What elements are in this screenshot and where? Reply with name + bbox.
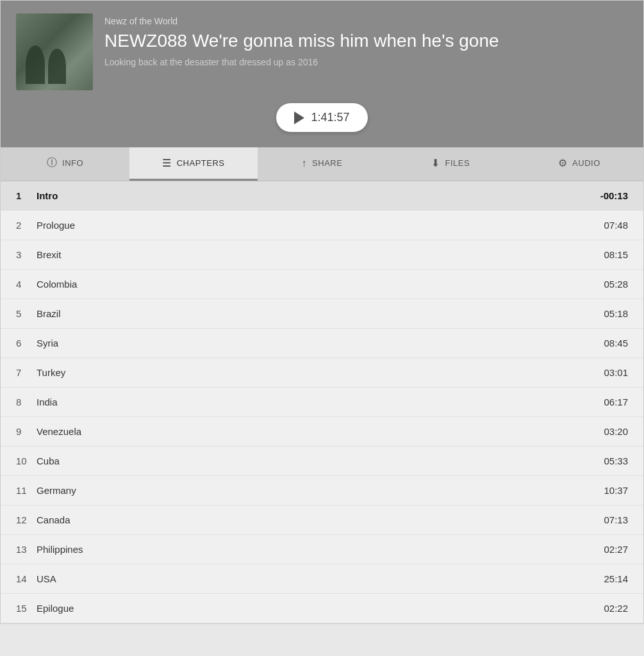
podcast-description: Looking back at the desaster that dresse… bbox=[104, 57, 628, 67]
chapter-number: 13 bbox=[16, 544, 37, 555]
chapter-name: Philippines bbox=[37, 544, 604, 555]
chapter-name: USA bbox=[37, 573, 604, 584]
podcast-thumbnail bbox=[16, 13, 93, 90]
chapter-row[interactable]: 12Canada07:13 bbox=[1, 505, 643, 535]
chapter-number: 3 bbox=[16, 249, 37, 260]
chapter-row[interactable]: 6Syria08:45 bbox=[1, 329, 643, 358]
tab-chapters-label: CHAPTERS bbox=[177, 158, 225, 168]
chapter-name: Brazil bbox=[37, 308, 604, 319]
chapter-time: 07:48 bbox=[604, 220, 628, 231]
chapter-number: 15 bbox=[16, 603, 37, 614]
chapter-number: 11 bbox=[16, 485, 37, 496]
chapter-number: 5 bbox=[16, 308, 37, 319]
chapter-number: 7 bbox=[16, 367, 37, 378]
chapter-number: 10 bbox=[16, 455, 37, 466]
chapter-name: Cuba bbox=[37, 455, 604, 466]
tab-files[interactable]: ⬇ FILES bbox=[386, 147, 515, 181]
chapter-row[interactable]: 5Brazil05:18 bbox=[1, 299, 643, 329]
tab-share[interactable]: ↑ SHARE bbox=[258, 147, 386, 181]
tabs-bar: ⓘ INFO ☰ CHAPTERS ↑ SHARE ⬇ FILES ⚙ AUDI… bbox=[1, 147, 643, 181]
chapter-row[interactable]: 13Philippines02:27 bbox=[1, 535, 643, 564]
chapter-name: Colombia bbox=[37, 279, 604, 290]
chapter-name: Epilogue bbox=[37, 603, 604, 614]
tab-chapters[interactable]: ☰ CHAPTERS bbox=[129, 147, 258, 181]
chapter-row[interactable]: 4Colombia05:28 bbox=[1, 270, 643, 299]
chapter-name: Germany bbox=[37, 485, 604, 496]
chapter-name: Turkey bbox=[37, 367, 604, 378]
thumbnail-image bbox=[16, 13, 93, 90]
chapter-name: Venezuela bbox=[37, 426, 604, 437]
chapter-time: 02:22 bbox=[604, 603, 628, 614]
chapter-name: Syria bbox=[37, 338, 604, 348]
chapter-time: 02:27 bbox=[604, 544, 628, 555]
podcast-show: Newz of the World bbox=[104, 16, 628, 26]
download-icon: ⬇ bbox=[431, 157, 440, 169]
chapter-time: 05:33 bbox=[604, 455, 628, 466]
tab-share-label: SHARE bbox=[312, 158, 342, 168]
chapter-number: 14 bbox=[16, 573, 37, 584]
play-button-row: 1:41:57 bbox=[16, 103, 628, 132]
tab-info-label: INFO bbox=[62, 158, 83, 168]
chapter-name: India bbox=[37, 397, 604, 407]
chapter-row[interactable]: 7Turkey03:01 bbox=[1, 358, 643, 388]
chapter-time: 07:13 bbox=[604, 514, 628, 525]
chapter-number: 12 bbox=[16, 514, 37, 525]
chapter-time: 03:20 bbox=[604, 426, 628, 437]
chapter-name: Intro bbox=[37, 190, 600, 201]
chapter-time: 06:17 bbox=[604, 397, 628, 407]
chapter-name: Brexit bbox=[37, 249, 604, 260]
chapter-time: 05:28 bbox=[604, 279, 628, 290]
chapter-number: 2 bbox=[16, 220, 37, 231]
chapter-time: 08:45 bbox=[604, 338, 628, 348]
chapter-number: 1 bbox=[16, 190, 37, 201]
chapter-row[interactable]: 3Brexit08:15 bbox=[1, 240, 643, 270]
chapter-row[interactable]: 11Germany10:37 bbox=[1, 476, 643, 505]
app-container: Newz of the World NEWZ088 We're gonna mi… bbox=[0, 0, 644, 624]
play-button[interactable]: 1:41:57 bbox=[276, 103, 367, 132]
list-icon: ☰ bbox=[162, 157, 172, 169]
tab-files-label: FILES bbox=[445, 158, 470, 168]
chapter-row[interactable]: 15Epilogue02:22 bbox=[1, 594, 643, 623]
chapter-number: 9 bbox=[16, 426, 37, 437]
header-top: Newz of the World NEWZ088 We're gonna mi… bbox=[16, 13, 628, 90]
chapters-list: 1Intro-00:132Prologue07:483Brexit08:154C… bbox=[1, 181, 643, 623]
tab-audio-label: AUDIO bbox=[572, 158, 600, 168]
tab-audio[interactable]: ⚙ AUDIO bbox=[515, 147, 643, 181]
header-text: Newz of the World NEWZ088 We're gonna mi… bbox=[104, 13, 628, 67]
chapter-number: 4 bbox=[16, 279, 37, 290]
chapter-time: 25:14 bbox=[604, 573, 628, 584]
share-icon: ↑ bbox=[302, 158, 308, 169]
chapter-row[interactable]: 8India06:17 bbox=[1, 388, 643, 417]
podcast-title: NEWZ088 We're gonna miss him when he's g… bbox=[104, 30, 628, 52]
play-time: 1:41:57 bbox=[311, 111, 349, 124]
chapter-row[interactable]: 10Cuba05:33 bbox=[1, 447, 643, 476]
chapter-row[interactable]: 2Prologue07:48 bbox=[1, 211, 643, 240]
chapter-name: Prologue bbox=[37, 220, 604, 231]
sliders-icon: ⚙ bbox=[558, 157, 568, 169]
chapter-number: 6 bbox=[16, 338, 37, 348]
chapter-time: 08:15 bbox=[604, 249, 628, 260]
chapter-time: -00:13 bbox=[600, 190, 628, 201]
play-icon bbox=[294, 111, 304, 124]
chapter-time: 05:18 bbox=[604, 308, 628, 319]
tab-info[interactable]: ⓘ INFO bbox=[1, 147, 129, 181]
chapter-number: 8 bbox=[16, 397, 37, 407]
chapter-time: 03:01 bbox=[604, 367, 628, 378]
chapter-row[interactable]: 1Intro-00:13 bbox=[1, 181, 643, 211]
chapter-row[interactable]: 14USA25:14 bbox=[1, 564, 643, 594]
chapter-time: 10:37 bbox=[604, 485, 628, 496]
info-icon: ⓘ bbox=[47, 156, 58, 170]
chapter-name: Canada bbox=[37, 514, 604, 525]
chapter-row[interactable]: 9Venezuela03:20 bbox=[1, 417, 643, 447]
header: Newz of the World NEWZ088 We're gonna mi… bbox=[1, 1, 643, 147]
